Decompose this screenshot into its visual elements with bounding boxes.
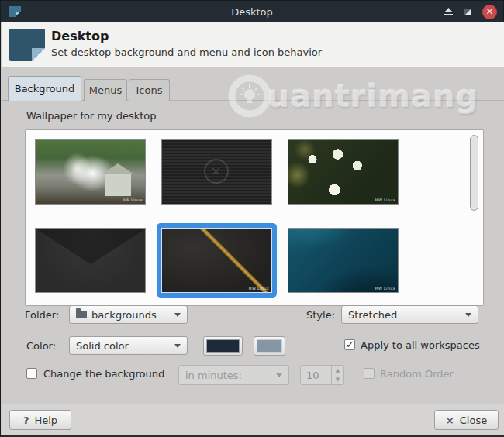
button-bar: ? Help × Close xyxy=(2,404,504,435)
spinner-down-icon[interactable]: ▼ xyxy=(332,375,343,384)
interval-dropdown[interactable]: in minutes: xyxy=(178,365,289,385)
color-swatch-gray xyxy=(257,339,282,353)
maximize-window-icon[interactable] xyxy=(464,9,471,15)
color-style-dropdown[interactable]: Solid color xyxy=(69,336,188,355)
primary-color-swatch-button[interactable] xyxy=(203,336,243,356)
close-button[interactable]: × Close xyxy=(434,410,499,430)
xfce-logo-icon: ✕ xyxy=(204,159,229,184)
folder-label: Folder: xyxy=(25,309,59,321)
wallpaper-thumbnail-flowers[interactable]: HW Linux xyxy=(288,139,399,205)
app-icon xyxy=(9,6,21,17)
close-icon: × xyxy=(446,415,454,426)
random-order-checkbox[interactable] xyxy=(364,368,375,379)
minutes-spinner[interactable]: 10 ▲ ▼ xyxy=(300,365,344,385)
scrollbar-thumb[interactable] xyxy=(470,135,478,211)
apply-all-workspaces-label: Apply to all workspaces xyxy=(361,339,480,351)
folder-dropdown[interactable]: backgrounds xyxy=(69,305,188,324)
random-order-label: Random Order xyxy=(380,368,454,380)
style-label: Style: xyxy=(306,309,335,321)
window-title: Desktop xyxy=(1,6,503,18)
help-icon: ? xyxy=(23,415,29,426)
secondary-color-swatch-button[interactable] xyxy=(254,336,285,356)
wallpaper-thumbnail-envelope[interactable] xyxy=(35,228,146,293)
style-dropdown[interactable]: Stretched xyxy=(341,305,478,324)
tab-menus[interactable]: Menus xyxy=(84,79,127,101)
desktop-icon xyxy=(9,29,45,61)
content-area: Background Menus Icons Wallpaper for my … xyxy=(2,67,504,404)
dialog-title: Desktop xyxy=(51,29,109,43)
wallpaper-list[interactable]: HW Linux ✕ HW Linux HW Linux HW Linux xyxy=(25,129,484,306)
wallpaper-thumbnail-teal[interactable]: HW Linux xyxy=(288,228,399,293)
dialog-header: Desktop Set desktop background and menu … xyxy=(2,22,504,67)
folder-icon xyxy=(76,311,87,318)
change-background-checkbox[interactable] xyxy=(26,368,37,379)
tab-background[interactable]: Background xyxy=(8,76,81,101)
wallpaper-thumbnail-gold-diagonal-selected[interactable]: HW Linux xyxy=(161,228,272,293)
dialog-subtitle: Set desktop background and menu and icon… xyxy=(51,46,322,58)
desktop-settings-window: Desktop ✕ Desktop Set desktop background… xyxy=(0,0,504,437)
tab-icons[interactable]: Icons xyxy=(129,79,170,101)
color-swatch-dark-navy xyxy=(206,339,240,353)
selected-wallpaper-highlight: HW Linux xyxy=(157,223,277,298)
close-window-button[interactable]: ✕ xyxy=(482,5,497,19)
chevron-down-icon xyxy=(174,344,181,348)
shade-window-icon[interactable] xyxy=(444,7,454,16)
spinner-up-icon[interactable]: ▲ xyxy=(332,366,343,375)
chevron-down-icon xyxy=(276,373,282,377)
titlebar[interactable]: Desktop ✕ xyxy=(1,1,503,22)
apply-all-workspaces-checkbox[interactable] xyxy=(344,339,355,350)
color-label: Color: xyxy=(26,340,56,352)
wallpaper-thumbnail-stripes[interactable]: ✕ xyxy=(161,139,272,205)
wallpaper-thumbnail-waterfall[interactable]: HW Linux xyxy=(35,139,146,205)
wallpaper-section-label: Wallpaper for my desktop xyxy=(26,110,157,122)
help-button[interactable]: ? Help xyxy=(9,410,71,430)
chevron-down-icon xyxy=(465,313,471,317)
chevron-down-icon xyxy=(174,313,181,317)
house-shape xyxy=(105,174,131,196)
change-background-label: Change the background xyxy=(43,368,164,380)
